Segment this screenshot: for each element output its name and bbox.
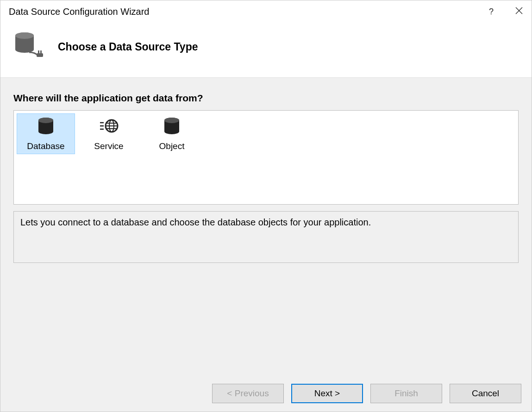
wizard-content: Where will the application get data from… (0, 77, 532, 375)
wizard-heading: Choose a Data Source Type (58, 41, 198, 53)
data-source-options: Database Service (13, 110, 519, 205)
svg-rect-5 (38, 50, 39, 53)
next-button[interactable]: Next > (291, 384, 363, 403)
description-panel: Lets you connect to a database and choos… (13, 211, 519, 263)
option-label: Object (159, 141, 185, 151)
wizard-footer: < Previous Next > Finish Cancel (0, 375, 532, 412)
service-icon (99, 116, 119, 137)
database-wizard-icon (12, 29, 45, 64)
svg-point-3 (15, 32, 34, 39)
option-label: Service (94, 141, 123, 151)
titlebar: Data Source Configuration Wizard ? (0, 0, 532, 23)
help-icon[interactable]: ? (489, 7, 494, 17)
option-database[interactable]: Database (17, 113, 75, 154)
wizard-header: Choose a Data Source Type (0, 23, 532, 77)
svg-point-8 (38, 118, 53, 123)
finish-button: Finish (370, 384, 442, 403)
svg-point-18 (164, 118, 179, 123)
description-text: Lets you connect to a database and choos… (20, 217, 512, 228)
database-icon (36, 116, 56, 137)
window-title: Data Source Configuration Wizard (9, 6, 149, 17)
svg-rect-6 (40, 50, 42, 53)
option-label: Database (27, 141, 64, 151)
cancel-button[interactable]: Cancel (450, 384, 521, 403)
option-object[interactable]: Object (143, 113, 201, 154)
close-icon[interactable] (515, 6, 523, 17)
window-controls: ? (489, 6, 523, 17)
question-label: Where will the application get data from… (13, 93, 519, 104)
object-icon (162, 116, 182, 137)
svg-rect-4 (37, 53, 43, 57)
option-service[interactable]: Service (80, 113, 138, 154)
previous-button: < Previous (212, 384, 284, 403)
